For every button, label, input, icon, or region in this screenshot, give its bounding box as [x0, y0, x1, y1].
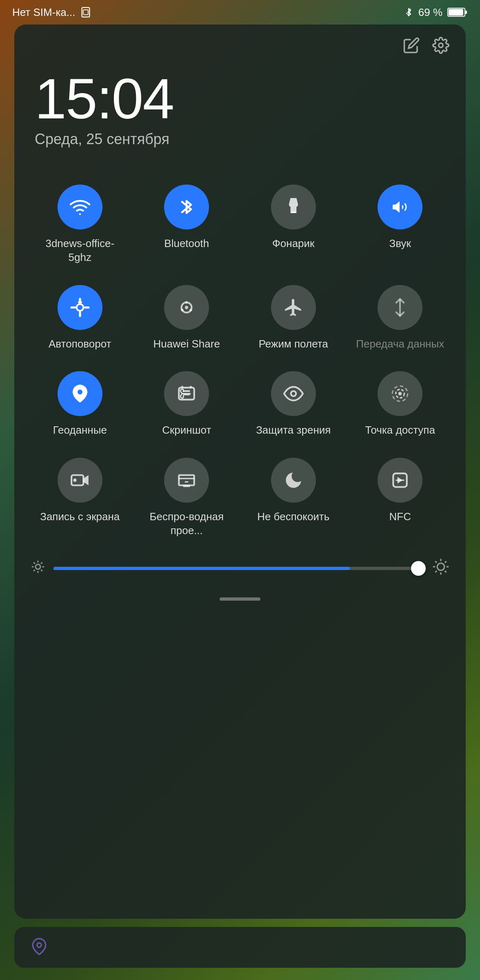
svg-point-53: [37, 943, 42, 947]
bluetooth-status-icon: [404, 7, 413, 17]
svg-rect-33: [183, 486, 190, 487]
status-right: 69 %: [404, 6, 468, 19]
svg-point-35: [36, 564, 40, 569]
tile-eyeprotect[interactable]: Защита зрения: [240, 363, 347, 450]
tile-wireless-label: Беспро-водная прое...: [138, 510, 236, 538]
svg-point-16: [190, 309, 192, 311]
bottom-location-icon: [31, 938, 48, 957]
tile-geodata[interactable]: Геоданные: [27, 363, 133, 450]
tile-sound[interactable]: Звук: [347, 176, 454, 277]
tile-screenshot-circle: [164, 371, 209, 416]
svg-rect-6: [291, 212, 296, 213]
svg-line-51: [435, 571, 437, 572]
clock-time: 15:04: [35, 70, 445, 127]
svg-point-12: [78, 305, 83, 310]
tile-datatransfer-label: Передача данных: [356, 337, 444, 351]
svg-rect-32: [179, 475, 195, 486]
tile-airplane[interactable]: Режим полета: [240, 277, 347, 363]
quick-tiles-grid: 3dnews-office- 5ghz Bluetooth Фонарик: [14, 164, 466, 550]
brightness-section: [14, 550, 466, 591]
svg-point-15: [185, 301, 188, 303]
svg-line-50: [445, 571, 447, 572]
tile-sound-label: Звук: [389, 237, 411, 251]
svg-point-44: [437, 563, 444, 570]
tile-screenrecord[interactable]: Запись с экрана: [27, 450, 133, 550]
brightness-slider[interactable]: [53, 567, 424, 570]
tile-hotspot-label: Точка доступа: [365, 423, 435, 437]
battery-text: 69 %: [418, 6, 442, 19]
tile-eyeprotect-circle: [271, 371, 316, 416]
time-section: 15:04 Среда, 25 сентября: [14, 62, 466, 164]
tile-huaweishare-circle: [164, 285, 209, 330]
svg-rect-4: [449, 9, 463, 16]
tile-huaweishare[interactable]: Huawei Share: [133, 277, 240, 363]
tile-wifi-circle: [58, 185, 102, 229]
tile-screenshot[interactable]: Скриншот: [133, 363, 240, 450]
tile-bluetooth-label: Bluetooth: [164, 237, 209, 251]
tile-airplane-circle: [271, 285, 316, 330]
home-bar: [220, 597, 260, 601]
tile-huaweishare-label: Huawei Share: [153, 337, 220, 351]
tile-nfc[interactable]: NFC: [347, 450, 454, 550]
tile-dnd-circle: [271, 458, 316, 503]
tile-hotspot[interactable]: Точка доступа: [347, 363, 454, 450]
tile-nfc-circle: [378, 458, 422, 503]
sim-icon: [80, 7, 91, 18]
tile-wifi-label: 3dnews-office- 5ghz: [45, 237, 114, 265]
brightness-thumb: [411, 561, 426, 576]
notification-panel: 15:04 Среда, 25 сентября 3dnews-office- …: [14, 24, 466, 919]
tile-bluetooth[interactable]: Bluetooth: [133, 176, 240, 277]
svg-point-19: [78, 390, 82, 394]
svg-rect-3: [465, 11, 467, 14]
tile-hotspot-circle: [378, 371, 422, 416]
svg-point-5: [439, 43, 443, 48]
sim-text: Нет SIM-ка...: [12, 6, 75, 19]
svg-line-42: [33, 570, 35, 571]
tile-geodata-circle: [58, 371, 102, 416]
tile-nfc-label: NFC: [389, 510, 411, 524]
clock-date: Среда, 25 сентября: [35, 131, 445, 148]
tile-datatransfer-circle: [378, 285, 422, 330]
svg-rect-1: [84, 10, 89, 15]
tile-geodata-label: Геоданные: [53, 423, 107, 437]
svg-line-43: [41, 562, 42, 564]
tile-wireless[interactable]: Беспро-водная прое...: [133, 450, 240, 550]
tile-bluetooth-circle: [164, 185, 209, 229]
tile-autorotate-label: Автоповорот: [49, 337, 111, 351]
home-indicator: [14, 591, 466, 609]
battery-icon: [447, 7, 468, 18]
svg-line-52: [445, 561, 447, 563]
tile-autorotate[interactable]: Автоповорот: [27, 277, 133, 363]
brightness-max-icon: [432, 558, 449, 579]
tile-datatransfer[interactable]: Передача данных: [347, 277, 454, 363]
svg-point-26: [291, 391, 296, 396]
brightness-fill: [53, 567, 350, 570]
settings-icon[interactable]: [432, 37, 449, 58]
tile-wireless-circle: [164, 458, 209, 503]
panel-header: [14, 24, 466, 62]
svg-line-49: [435, 561, 437, 563]
tile-screenrecord-label: Запись с экрана: [40, 510, 120, 524]
edit-icon[interactable]: [403, 37, 420, 58]
tile-sound-circle: [378, 185, 422, 229]
tile-flashlight-label: Фонарик: [272, 237, 314, 251]
tile-airplane-label: Режим полета: [259, 337, 328, 351]
tile-eyeprotect-label: Защита зрения: [256, 423, 331, 437]
status-bar: Нет SIM-ка... 69 %: [0, 0, 480, 24]
status-left: Нет SIM-ка...: [12, 6, 91, 19]
tile-dnd[interactable]: Не беспокоить: [240, 450, 347, 550]
svg-line-40: [33, 562, 35, 564]
tile-dnd-label: Не беспокоить: [257, 510, 329, 524]
tile-screenshot-label: Скриншот: [162, 423, 211, 437]
tile-screenrecord-circle: [58, 458, 102, 503]
brightness-min-icon: [31, 559, 45, 578]
tile-wifi[interactable]: 3dnews-office- 5ghz: [27, 176, 133, 277]
tile-flashlight[interactable]: Фонарик: [240, 176, 347, 277]
bottom-navigation-bar: [14, 927, 466, 968]
svg-line-41: [41, 570, 42, 571]
svg-point-17: [181, 309, 184, 311]
tile-flashlight-circle: [271, 185, 316, 229]
svg-point-31: [73, 479, 76, 482]
tile-autorotate-circle: [58, 285, 102, 330]
svg-point-14: [185, 305, 188, 309]
